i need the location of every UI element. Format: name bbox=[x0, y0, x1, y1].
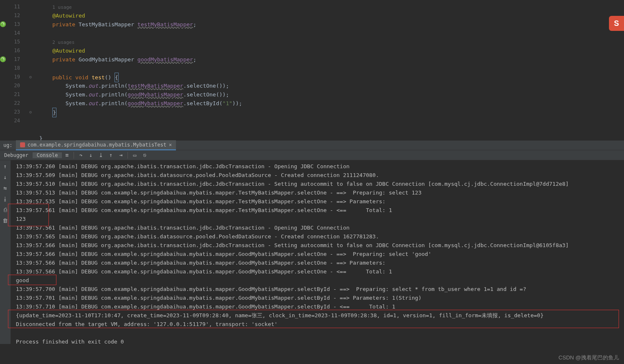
debug-label: ug: bbox=[0, 142, 16, 148]
clear-all-icon[interactable]: 🗑 bbox=[2, 217, 9, 224]
csdn-badge-icon: S bbox=[609, 16, 624, 31]
scroll-down-icon[interactable]: ↓ bbox=[2, 174, 9, 180]
run-to-cursor-icon[interactable]: ⇥ bbox=[117, 152, 124, 159]
gutter-icons bbox=[0, 0, 8, 140]
run-config-name: com.example.springdabaihua.mybatis.Mybat… bbox=[28, 142, 166, 148]
scroll-to-end-icon[interactable]: ⭳ bbox=[2, 195, 9, 202]
spring-bean-icon[interactable] bbox=[0, 56, 6, 62]
scroll-up-icon[interactable]: ↑ bbox=[2, 163, 9, 169]
print-icon[interactable]: ⎙ bbox=[2, 206, 9, 213]
evaluate-icon[interactable]: ▭ bbox=[131, 152, 138, 159]
usage-hint: 1 usage bbox=[52, 5, 71, 10]
tab-console[interactable]: Console bbox=[33, 152, 62, 158]
soft-wrap-icon[interactable]: ⇆ bbox=[2, 185, 9, 191]
code-editor[interactable]: 1112131415161718192021222324 ⊖⊖ 1 usage … bbox=[0, 0, 624, 140]
spring-bean-icon[interactable] bbox=[0, 21, 6, 27]
line-numbers: 1112131415161718192021222324 bbox=[8, 0, 27, 140]
threads-icon[interactable]: ≡ bbox=[64, 152, 70, 159]
fold-column[interactable]: ⊖⊖ bbox=[27, 0, 34, 140]
usage-hint: 2 usages bbox=[52, 40, 74, 45]
step-into-icon[interactable]: ↓ bbox=[87, 152, 94, 159]
debug-toolbar: Debugger Console ≡ ↷ ↓ ⤓ ↑ ⇥ ▭ ⎋ bbox=[0, 150, 624, 160]
console-panel: ↑ ↓ ⇆ ⭳ ⎙ 🗑 13:39:57.260 [main] DEBUG or… bbox=[0, 160, 624, 344]
code-area[interactable]: 1 usage @Autowired private TestMyBatisMa… bbox=[34, 0, 624, 140]
watermark: CSDN @拽着尾巴的鱼儿 bbox=[558, 354, 619, 361]
trace-icon[interactable]: ⎋ bbox=[141, 152, 148, 159]
console-output[interactable]: 13:39:57.260 [main] DEBUG org.apache.iba… bbox=[11, 160, 624, 344]
run-config-icon bbox=[20, 142, 25, 147]
step-out-icon[interactable]: ↑ bbox=[107, 152, 114, 159]
run-config-tab[interactable]: com.example.springdabaihua.mybatis.Mybat… bbox=[16, 140, 176, 150]
tab-debugger[interactable]: Debugger bbox=[0, 152, 33, 158]
force-step-into-icon[interactable]: ⤓ bbox=[97, 152, 104, 159]
step-over-icon[interactable]: ↷ bbox=[77, 152, 84, 159]
close-icon[interactable]: × bbox=[169, 142, 172, 148]
console-side-toolbar: ↑ ↓ ⇆ ⭳ ⎙ 🗑 bbox=[0, 160, 11, 344]
